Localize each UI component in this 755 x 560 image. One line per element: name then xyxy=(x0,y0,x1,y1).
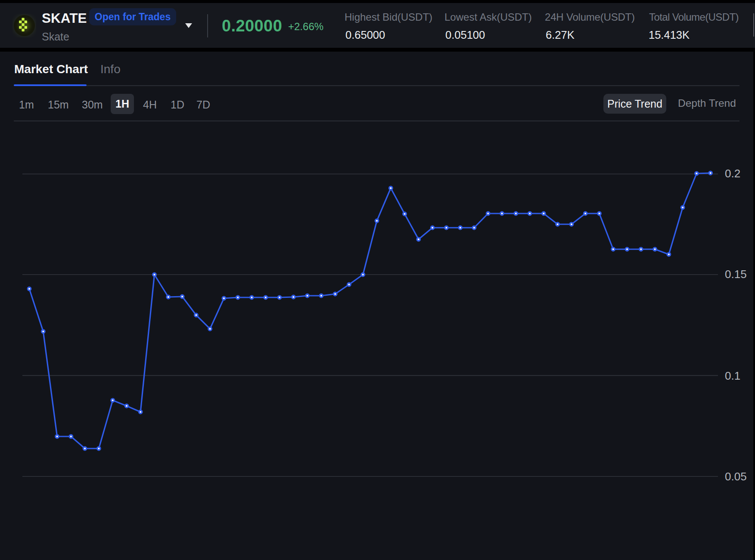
svg-text:0.15: 0.15 xyxy=(725,268,747,281)
svg-text:0.1: 0.1 xyxy=(725,369,740,382)
svg-text:0.2: 0.2 xyxy=(725,167,740,180)
svg-text:0.05: 0.05 xyxy=(725,470,747,483)
